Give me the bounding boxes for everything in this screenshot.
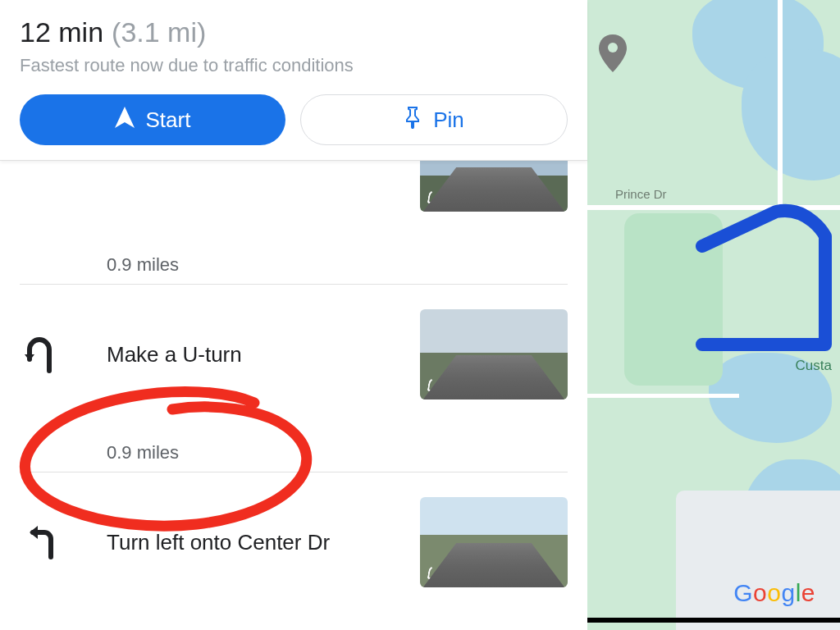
step-instruction: Make a U-turn — [66, 342, 420, 368]
step-instruction: Turn left onto Center Dr — [66, 530, 420, 555]
map-pin-icon[interactable] — [599, 34, 627, 75]
start-button-label: Start — [146, 107, 191, 133]
route-polyline — [587, 0, 840, 630]
svg-point-0 — [608, 43, 618, 52]
map-canvas[interactable]: Prince Dr Custa Google — [587, 0, 840, 630]
direction-step[interactable]: 0.9 miles Turn left onto Center Dr — [0, 419, 587, 607]
streetview-thumbnail[interactable] — [420, 309, 568, 399]
step-distance: 0.9 miles — [20, 419, 568, 472]
route-distance: (3.1 mi) — [112, 16, 206, 48]
direction-step[interactable]: 0.1 miles — [0, 607, 587, 630]
start-button[interactable]: Start — [20, 94, 285, 145]
streetview-thumbnail[interactable] — [420, 497, 568, 587]
navigate-arrow-icon — [115, 107, 135, 134]
streetview-thumbnail[interactable] — [420, 161, 568, 212]
step-distance: 0.1 miles — [20, 607, 568, 630]
pin-button-label: Pin — [433, 107, 464, 133]
pin-icon — [404, 106, 422, 135]
directions-panel: 12 min (3.1 mi) Fastest route now due to… — [0, 0, 587, 630]
steps-list[interactable]: 0.9 miles Make a U-turn 0.9 miles Turn l… — [0, 161, 587, 630]
pin-button[interactable]: Pin — [300, 94, 568, 145]
route-subtitle: Fastest route now due to traffic conditi… — [20, 55, 568, 76]
route-header: 12 min (3.1 mi) Fastest route now due to… — [0, 0, 587, 161]
direction-step[interactable] — [0, 161, 587, 231]
step-distance: 0.9 miles — [20, 231, 568, 285]
direction-step[interactable]: 0.9 miles Make a U-turn — [0, 231, 587, 419]
route-duration: 12 min — [20, 16, 103, 48]
map-scale-bar — [587, 618, 840, 623]
uturn-icon — [20, 335, 66, 374]
map-attribution: Google — [733, 579, 815, 607]
turn-left-icon — [20, 524, 66, 560]
